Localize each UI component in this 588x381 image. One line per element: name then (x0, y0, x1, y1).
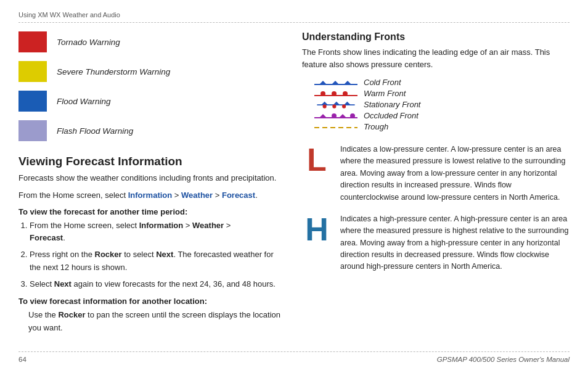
svg-marker-11 (344, 101, 351, 104)
svg-marker-2 (332, 81, 339, 84)
svg-marker-9 (321, 101, 328, 104)
book-title: GPSMAP 400/500 Series Owner's Manual (437, 356, 570, 363)
right-column: Understanding Fronts The Fronts show lin… (302, 31, 570, 340)
occluded-front-icon (314, 112, 357, 120)
svg-point-7 (343, 91, 348, 96)
step-3: Select Next again to view forecasts for … (30, 278, 284, 291)
nav-gt2: > (213, 190, 222, 200)
nav-weather: Weather (181, 190, 213, 200)
svg-marker-16 (319, 114, 327, 118)
svg-point-17 (332, 113, 337, 118)
nav-gt1: > (172, 190, 181, 200)
tornado-warning-label: Tornado Warning (57, 38, 120, 47)
step-1: From the Home screen, select Information… (30, 219, 284, 245)
trough-item: Trough (314, 122, 570, 131)
flash-flood-color-box (18, 120, 47, 141)
low-pressure-symbol: L (302, 144, 332, 176)
tornado-color-box (18, 31, 47, 52)
svg-point-14 (342, 104, 346, 108)
trough-label: Trough (364, 122, 388, 131)
page: Using XM WX Weather and Audio Tornado Wa… (0, 0, 588, 381)
high-pressure-row: H Indicates a high-pressure center. A hi… (302, 213, 570, 273)
svg-marker-1 (319, 81, 327, 84)
stationary-front-label: Stationary Front (364, 100, 421, 109)
low-pressure-row: L Indicates a low-pressure center. A low… (302, 144, 570, 203)
cold-front-icon (314, 78, 357, 87)
warm-front-label: Warm Front (364, 89, 406, 98)
stationary-front-icon (314, 100, 357, 109)
nav-path: From the Home screen, select Information… (18, 190, 284, 200)
stationary-front-item: Stationary Front (314, 100, 570, 109)
steps-list-1: From the Home screen, select Information… (30, 219, 284, 291)
svg-marker-10 (333, 101, 340, 104)
low-pressure-text: Indicates a low-pressure center. A low-p… (340, 144, 570, 203)
cold-front-label: Cold Front (364, 78, 401, 87)
svg-point-12 (323, 104, 327, 108)
warning-legend: Tornado Warning Severe Thunderstorm Warn… (18, 31, 284, 141)
nav-prefix: From the Home screen, select (18, 190, 128, 200)
trough-icon (314, 123, 357, 131)
thunderstorm-warning-item: Severe Thunderstorm Warning (18, 61, 284, 82)
header-label: Using XM WX Weather and Audio (18, 11, 570, 23)
viewing-forecast-section: Viewing Forecast Information Forecasts s… (18, 155, 284, 334)
high-pressure-symbol: H (302, 213, 332, 245)
svg-point-13 (332, 104, 336, 108)
fronts-legend: Cold Front Warm Front (314, 78, 570, 131)
step-2: Press right on the Rocker to select Next… (30, 248, 284, 274)
fronts-intro: The Fronts show lines indicating the lea… (302, 46, 570, 70)
occluded-front-item: Occluded Front (314, 111, 570, 120)
svg-point-5 (321, 91, 325, 96)
sub-heading-2: To view forecast information for another… (18, 297, 284, 306)
svg-point-19 (350, 113, 355, 118)
nav-information: Information (128, 190, 173, 200)
svg-point-6 (332, 91, 337, 96)
flash-flood-warning-label: Flash Flood Warning (57, 126, 133, 136)
flash-flood-warning-item: Flash Flood Warning (18, 120, 284, 141)
flood-warning-item: Flood Warning (18, 91, 284, 112)
thunderstorm-warning-label: Severe Thunderstorm Warning (57, 67, 170, 76)
occluded-front-label: Occluded Front (364, 111, 419, 120)
viewing-title: Viewing Forecast Information (18, 155, 284, 168)
flood-color-box (18, 91, 47, 112)
fronts-title: Understanding Fronts (302, 31, 570, 43)
tornado-warning-item: Tornado Warning (18, 31, 284, 52)
location-text: Use the Rocker to pan the screen until t… (18, 309, 284, 334)
nav-period: . (255, 190, 258, 200)
warm-front-item: Warm Front (314, 89, 570, 98)
high-pressure-text: Indicates a high-pressure center. A high… (340, 213, 570, 273)
nav-forecast: Forecast (222, 190, 255, 200)
left-column: Tornado Warning Severe Thunderstorm Warn… (18, 31, 284, 340)
thunderstorm-color-box (18, 61, 47, 82)
fronts-section: Understanding Fronts The Fronts show lin… (302, 31, 570, 131)
svg-marker-3 (344, 81, 351, 84)
svg-marker-18 (339, 114, 346, 118)
footer: 64 GPSMAP 400/500 Series Owner's Manual (18, 351, 570, 363)
warm-front-icon (314, 89, 357, 98)
sub-heading-1: To view the forecast for another time pe… (18, 207, 284, 216)
cold-front-item: Cold Front (314, 78, 570, 87)
flood-warning-label: Flood Warning (57, 97, 111, 106)
page-number: 64 (18, 356, 27, 363)
viewing-intro: Forecasts show the weather conditions in… (18, 172, 284, 184)
